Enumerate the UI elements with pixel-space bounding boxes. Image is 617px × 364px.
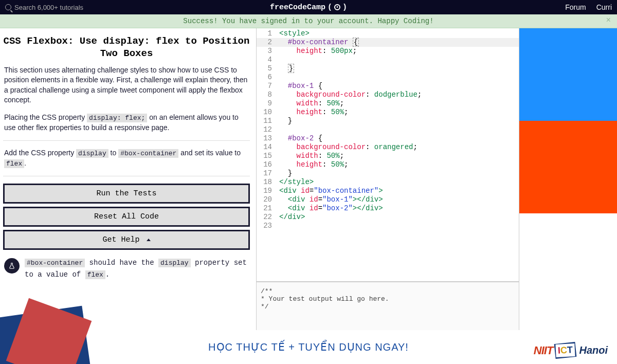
output-line: * Your test output will go here. [261, 295, 515, 303]
banner-message: Success! You have signed in to your acco… [183, 17, 433, 25]
code-editor[interactable]: 1<style> 2 #box-container { 3 height: 50… [257, 28, 519, 281]
output-line: */ [261, 303, 515, 311]
nav-forum[interactable]: Forum [565, 3, 586, 11]
caret-up-icon [147, 239, 151, 241]
footer-slogan: HỌC THỰC TẾ + TUYỂN DỤNG NGAY! [208, 341, 409, 353]
inline-code: flex [4, 159, 24, 168]
challenge-title: CSS Flexbox: Use display: flex to Positi… [3, 35, 250, 60]
ict-box: ICT [554, 342, 577, 359]
inline-code: #box-container [118, 149, 178, 158]
get-help-button[interactable]: Get Help [3, 230, 250, 250]
challenge-instruction: Add the CSS property display to #box-con… [3, 148, 250, 169]
test-output: /** * Your test output will go here. */ [257, 281, 519, 331]
brand-parens: ( [328, 3, 332, 12]
run-tests-button[interactable]: Run the Tests [3, 184, 250, 204]
divider [3, 176, 250, 176]
brand-logo[interactable]: freeCodeCamp ( ) [270, 3, 347, 12]
preview-panel [519, 28, 617, 331]
brand-text: freeCodeCamp [270, 3, 325, 12]
test-item: #box-container should have the display p… [3, 256, 250, 282]
inline-code: display: flex; [87, 114, 147, 122]
instructions-panel: CSS Flexbox: Use display: flex to Positi… [0, 28, 256, 331]
brand-parens-close: ) [342, 3, 347, 12]
footer-banner: HỌC THỰC TẾ + TUYỂN DỤNG NGAY! NIIT ICT … [0, 330, 617, 364]
code-editor-panel: 1<style> 2 #box-container { 3 height: 50… [256, 28, 519, 331]
search-box[interactable]: Search 6,000+ tutorials [0, 4, 88, 11]
main-layout: CSS Flexbox: Use display: flex to Positi… [0, 28, 617, 331]
nav-curriculum[interactable]: Curri [596, 3, 612, 11]
search-placeholder: Search 6,000+ tutorials [14, 4, 83, 11]
output-line: /** [261, 287, 515, 295]
box-2-preview [519, 121, 617, 213]
close-icon[interactable]: × [606, 16, 611, 25]
box-1-preview [519, 28, 617, 121]
challenge-para2: Placing the CSS property display: flex; … [3, 113, 250, 133]
test-text: #box-container should have the display p… [25, 257, 249, 281]
box-container-preview [519, 28, 617, 213]
success-banner: Success! You have signed in to your acco… [0, 14, 617, 28]
flask-icon [4, 258, 20, 274]
divider [3, 140, 250, 141]
inline-code: display [76, 149, 108, 158]
reset-code-button[interactable]: Reset All Code [3, 207, 250, 227]
top-nav: Forum Curri [565, 3, 617, 11]
niit-logo: NIIT ICT Hanoi [534, 343, 608, 358]
search-icon [5, 4, 11, 10]
top-header: Search 6,000+ tutorials freeCodeCamp ( )… [0, 0, 617, 14]
niit-text: NIIT [534, 344, 553, 357]
challenge-intro: This section uses alternating challenge … [3, 65, 250, 105]
hanoi-text: Hanoi [579, 344, 608, 356]
fire-icon [334, 4, 340, 10]
